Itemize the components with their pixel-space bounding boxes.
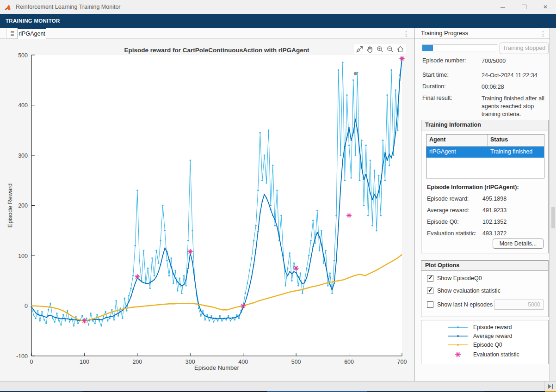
episode-number-label: Episode number: <box>422 57 466 64</box>
chart-document: 0100200300400500600700-10001002003004005… <box>0 39 414 381</box>
training-progress-bar <box>422 44 497 51</box>
status-cell: Training finished <box>488 147 544 158</box>
legend-label: Evaluation statistic <box>473 351 519 358</box>
zoom-in-icon[interactable] <box>376 45 384 54</box>
progress-fill <box>422 45 433 51</box>
pan-icon[interactable] <box>365 45 374 54</box>
checkbox-icon[interactable] <box>427 301 433 308</box>
tab-overflow-menu-icon[interactable] <box>402 30 410 37</box>
close-icon[interactable] <box>535 0 556 14</box>
svg-text:0: 0 <box>25 303 28 309</box>
checkbox-label: Show EpisodeQ0 <box>437 275 482 282</box>
panel-title: Training Progress <box>421 30 468 37</box>
checkbox-show-episodeq0[interactable]: Show EpisodeQ0 <box>427 275 482 282</box>
final-result-value: Training finished after all agents reach… <box>482 95 547 118</box>
checkbox-icon[interactable] <box>427 275 433 282</box>
column-header-status: Status <box>488 135 544 146</box>
episode-number-value: 700/5000 <box>482 57 547 65</box>
statusbar-divider <box>544 381 544 392</box>
training-information-title: Training Information <box>421 120 548 130</box>
episode-q0-line-swatch <box>447 342 469 348</box>
svg-text:100: 100 <box>18 253 28 259</box>
svg-text:Episode reward for CartPoleCon: Episode reward for CartPoleContinuousAct… <box>124 47 309 54</box>
titlebar: Reinforcement Learning Training Monitor <box>0 0 556 14</box>
average-reward-label: Average reward: <box>427 207 470 214</box>
svg-text:0: 0 <box>30 359 33 365</box>
svg-text:500: 500 <box>291 359 301 365</box>
ribbon: TRAINING MONITOR <box>0 14 556 28</box>
matlab-logo-icon <box>4 3 12 11</box>
final-result-label: Final result: <box>422 95 452 101</box>
document-panel: rlPGAgent 0100200300400500600700-1000100… <box>0 28 414 381</box>
episode-information-title: Episode Information (rlPGAgent): <box>427 184 519 190</box>
svg-text:Episode Number: Episode Number <box>194 364 239 371</box>
window-title: Reinforcement Learning Training Monitor <box>16 4 121 10</box>
ribbon-tab-training-monitor[interactable]: TRAINING MONITOR <box>0 18 66 24</box>
agent-status-table: Agent Status rlPGAgent Training finished <box>426 134 544 178</box>
axes-toolbar <box>354 44 406 54</box>
svg-text:200: 200 <box>132 359 142 365</box>
start-time-value: 24-Oct-2024 11:22:34 <box>482 72 547 80</box>
plot-options-title: Plot Options <box>421 261 548 271</box>
episode-q0-label: Episode Q0: <box>427 219 459 225</box>
export-icon[interactable] <box>355 45 364 54</box>
last-n-episodes-input <box>494 300 544 310</box>
episode-reward-value: 495.1898 <box>482 196 507 202</box>
checkbox-icon[interactable] <box>427 288 433 294</box>
svg-text:100: 100 <box>80 359 89 365</box>
evaluation-statistic-value: 493.1372 <box>482 230 507 237</box>
table-row[interactable]: rlPGAgent Training finished <box>426 147 544 158</box>
scrollbar-thumb[interactable] <box>551 207 555 228</box>
svg-text:Episode Reward: Episode Reward <box>6 184 13 227</box>
svg-text:200: 200 <box>18 202 28 209</box>
svg-text:700: 700 <box>397 359 407 365</box>
evaluation-statistic-label: Evaluation statistic: <box>427 230 476 237</box>
statusbar <box>0 381 556 391</box>
tabstrip: rlPGAgent <box>0 28 414 39</box>
skip-to-end-icon[interactable] <box>547 383 554 390</box>
chart-legend: Episode reward Average reward Episode Q0… <box>421 320 549 364</box>
plot-options-group: Plot Options Show EpisodeQ0 Show evaluat… <box>421 260 549 317</box>
minimize-icon[interactable] <box>492 0 513 14</box>
training-progress-panel: Training Progress Training stopped Episo… <box>415 28 550 381</box>
episode-reward-line-swatch <box>447 325 469 330</box>
svg-text:400: 400 <box>238 359 248 365</box>
duration-value: 00:06:28 <box>482 83 547 91</box>
right-gutter <box>550 28 556 381</box>
svg-text:300: 300 <box>185 359 195 365</box>
checkbox-label: Show last N episodes <box>437 301 493 308</box>
svg-text:400: 400 <box>18 102 28 109</box>
training-stopped-button: Training stopped <box>500 43 549 54</box>
agent-cell: rlPGAgent <box>426 147 488 158</box>
more-details-button[interactable]: More Details... <box>493 239 544 249</box>
panel-menu-icon[interactable] <box>539 30 547 37</box>
column-header-agent: Agent <box>426 135 488 146</box>
maximize-icon[interactable] <box>513 0 535 14</box>
tab-rlpgagent[interactable]: rlPGAgent <box>18 28 46 39</box>
tab-drag-handle-icon[interactable] <box>6 28 18 39</box>
episode-reward-label: Episode reward: <box>427 196 469 202</box>
checkbox-label: Show evaluation statistic <box>437 288 500 294</box>
svg-text:300: 300 <box>18 153 28 159</box>
average-reward-line-swatch <box>447 333 469 339</box>
start-time-label: Start time: <box>422 72 449 78</box>
episode-q0-value: 102.1352 <box>482 219 507 225</box>
svg-text:600: 600 <box>344 359 354 365</box>
legend-label: Episode reward <box>473 324 512 331</box>
checkbox-show-evaluation-statistic[interactable]: Show evaluation statistic <box>427 288 500 294</box>
legend-label: Average reward <box>473 333 513 339</box>
duration-label: Duration: <box>422 83 446 90</box>
average-reward-value: 491.9233 <box>482 207 507 214</box>
checkbox-show-last-n-episodes[interactable]: Show last N episodes <box>427 301 493 308</box>
svg-text:500: 500 <box>18 52 28 59</box>
evaluation-statistic-asterisk-swatch <box>447 351 469 358</box>
legend-label: Episode Q0 <box>473 342 502 348</box>
home-icon[interactable] <box>396 45 405 54</box>
panel-header: Training Progress <box>415 28 550 39</box>
training-information-group: Training Information Agent Status rlPGAg… <box>421 120 549 253</box>
zoom-out-icon[interactable] <box>386 45 395 54</box>
svg-text:-100: -100 <box>16 353 28 360</box>
training-plot-svg: 0100200300400500600700-10001002003004005… <box>0 39 414 381</box>
